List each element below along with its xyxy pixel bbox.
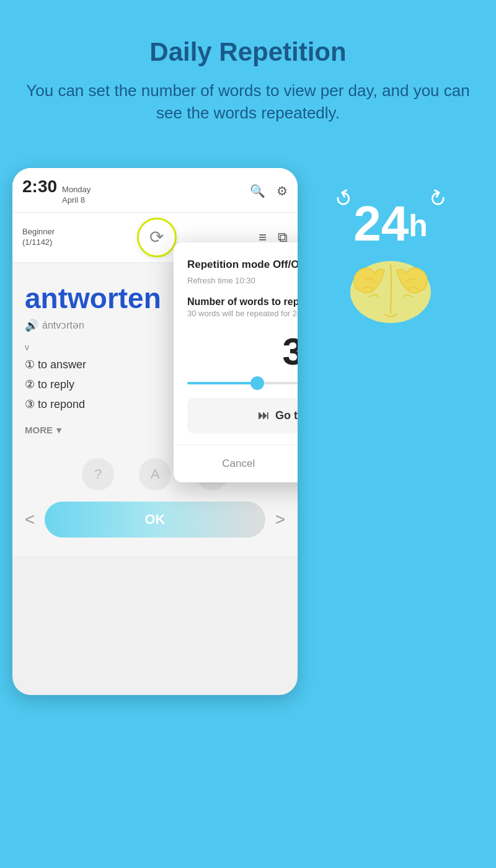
pronunciation-text: ántvɔrtən xyxy=(42,319,84,331)
dialog-footer: Cancel Confirm xyxy=(174,445,298,482)
more-label: MORE xyxy=(25,425,53,435)
words-section-title: Number of words to repeat xyxy=(187,296,298,308)
phone-day: Monday xyxy=(62,185,91,195)
chevron-down-icon: ▾ xyxy=(56,425,61,436)
words-section-sub: 30 words will be repeated for 24 hours. xyxy=(187,309,298,318)
word-count-slider[interactable] xyxy=(187,382,298,384)
dialog-header-row: Repetition mode Off/On xyxy=(187,256,298,273)
phone-mockup: 2:30 Monday April 8 🔍 ⚙ Beginner (1/1142… xyxy=(12,168,298,695)
right-side-illustration: ↺ ↺ 24 h xyxy=(298,168,484,695)
timer-unit: h xyxy=(409,208,428,244)
settings-icon[interactable]: ⚙ xyxy=(277,184,288,198)
cancel-button[interactable]: Cancel xyxy=(174,445,298,482)
left-curved-arrow: ↺ xyxy=(330,184,357,214)
right-curved-arrow: ↺ xyxy=(424,184,451,214)
header-section: Daily Repetition You can set the number … xyxy=(0,0,496,143)
slider-thumb[interactable] xyxy=(250,376,264,390)
repeat-button[interactable]: ⟳ xyxy=(137,218,177,257)
phone-time: 2:30 xyxy=(22,177,57,197)
word-count-number: 30 xyxy=(187,329,298,373)
phone-topbar: 2:30 Monday April 8 🔍 ⚙ xyxy=(12,168,298,213)
phone-nav-row: < OK > xyxy=(25,502,285,538)
repeat-icon: ⟳ xyxy=(149,227,164,247)
search-icon[interactable]: 🔍 xyxy=(250,184,265,198)
dialog-title: Repetition mode Off/On xyxy=(187,259,298,271)
dialog-body: Repetition mode Off/On Refresh time 10:3… xyxy=(174,242,298,433)
main-content: 2:30 Monday April 8 🔍 ⚙ Beginner (1/1142… xyxy=(0,156,496,695)
level-label: Beginner xyxy=(22,227,55,237)
brain-illustration xyxy=(341,249,440,329)
goto-next-set-button[interactable]: ⏭ Go to next set xyxy=(187,398,298,433)
phone-date: Monday April 8 xyxy=(62,185,91,206)
page-title: Daily Repetition xyxy=(25,37,471,67)
phone-date-val: April 8 xyxy=(62,195,91,206)
nav-left-arrow[interactable]: < xyxy=(25,510,35,529)
dialog-subtitle: Refresh time 10:30 xyxy=(187,276,298,285)
level-count: (1/1142) xyxy=(22,237,55,248)
level-info: Beginner (1/1142) xyxy=(22,227,55,248)
page-subtitle: You can set the number of words to view … xyxy=(25,79,471,125)
slider-fill xyxy=(187,382,257,384)
repetition-dialog: Repetition mode Off/On Refresh time 10:3… xyxy=(174,242,298,482)
question-icon-btn[interactable]: ? xyxy=(82,458,114,490)
ok-button[interactable]: OK xyxy=(45,502,265,538)
speaker-icon[interactable]: 🔊 xyxy=(25,319,38,332)
goto-label: Go to next set xyxy=(275,409,298,422)
goto-icon: ⏭ xyxy=(258,409,269,422)
phone-top-icons: 🔍 ⚙ xyxy=(250,184,288,198)
nav-right-arrow[interactable]: > xyxy=(275,510,285,529)
ok-label: OK xyxy=(145,512,166,527)
text-icon-btn[interactable]: A xyxy=(139,458,171,490)
time-block: 2:30 Monday April 8 xyxy=(22,177,91,206)
